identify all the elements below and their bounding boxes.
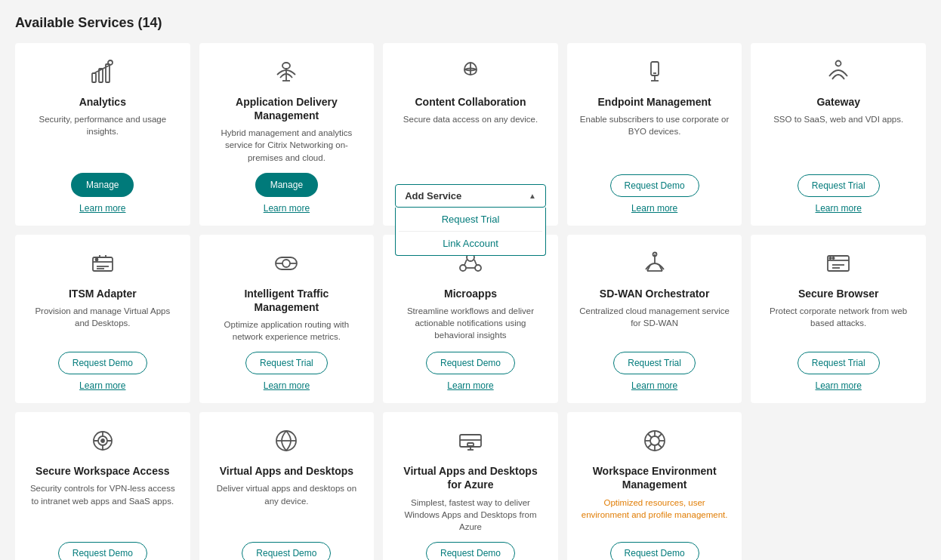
svg-rect-0 <box>92 73 96 82</box>
card-traffic: Intelligent Traffic Management Optimize … <box>199 235 375 404</box>
gateway-request-trial-button[interactable]: Request Trial <box>798 174 880 197</box>
svg-point-24 <box>475 265 481 271</box>
svg-line-54 <box>658 445 662 448</box>
secure-workspace-icon <box>89 427 116 458</box>
sdwan-learn-more[interactable]: Learn more <box>631 380 677 391</box>
card-app-delivery-title: Application Delivery Management <box>211 95 363 122</box>
virtual-apps-request-demo-button[interactable]: Request Demo <box>242 542 331 560</box>
itsm-learn-more[interactable]: Learn more <box>79 380 125 391</box>
sdwan-icon <box>641 250 668 281</box>
card-virtual-apps-title: Virtual Apps and Desktops <box>220 464 353 478</box>
card-content-collab-title: Content Collaboration <box>415 95 526 109</box>
card-sdwan: SD-WAN Orchestrator Centralized cloud ma… <box>567 235 742 404</box>
endpoint-learn-more[interactable]: Learn more <box>631 203 677 214</box>
chevron-up-icon: ▲ <box>529 192 536 200</box>
traffic-learn-more[interactable]: Learn more <box>264 380 310 391</box>
svg-rect-44 <box>467 443 474 446</box>
svg-point-23 <box>460 265 466 271</box>
app-delivery-learn-more[interactable]: Learn more <box>264 203 310 214</box>
card-secure-workspace-title: Secure Workspace Access <box>35 464 169 478</box>
card-itsm: ITSM Adapter Provision and manage Virtua… <box>15 235 190 404</box>
card-itsm-desc: Provision and manage Virtual Apps and De… <box>27 305 178 343</box>
svg-rect-42 <box>460 435 481 447</box>
svg-point-5 <box>282 63 290 69</box>
card-workspace-env-desc: Optimized resources, user environment an… <box>579 497 730 533</box>
card-workspace-env: Workspace Environment Management Optimiz… <box>567 412 742 560</box>
card-microapps-desc: Streamline workflows and deliver actiona… <box>395 305 546 343</box>
card-gateway: Gateway SSO to SaaS, web and VDI apps. R… <box>751 43 926 226</box>
workspace-env-icon <box>641 427 668 458</box>
endpoint-icon <box>641 58 668 89</box>
card-microapps-title: Microapps <box>444 287 497 300</box>
card-gateway-title: Gateway <box>816 95 860 109</box>
card-microapps: Microapps Streamline workflows and deliv… <box>383 235 558 404</box>
microapps-learn-more[interactable]: Learn more <box>447 380 493 391</box>
card-endpoint-desc: Enable subscribers to use corporate or B… <box>579 113 730 165</box>
card-virtual-apps-desc: Deliver virtual apps and desktops on any… <box>211 482 363 532</box>
card-secure-browser-desc: Protect corporate network from web based… <box>763 305 914 343</box>
request-trial-option[interactable]: Request Trial <box>396 208 545 231</box>
card-endpoint: Endpoint Management Enable subscribers t… <box>567 43 742 226</box>
analytics-icon <box>89 58 116 89</box>
secure-workspace-request-demo-button[interactable]: Request Demo <box>58 542 147 560</box>
content-collab-icon <box>457 58 484 89</box>
card-sdwan-title: SD-WAN Orchestrator <box>600 287 709 300</box>
svg-point-12 <box>836 61 841 66</box>
card-secure-browser: Secure Browser Protect corporate network… <box>751 235 926 404</box>
card-gateway-desc: SSO to SaaS, web and VDI apps. <box>773 113 903 165</box>
svg-point-15 <box>95 258 97 260</box>
services-grid: Analytics Security, performance and usag… <box>15 43 926 560</box>
svg-point-19 <box>282 260 290 267</box>
card-secure-browser-title: Secure Browser <box>798 287 879 300</box>
gateway-learn-more[interactable]: Learn more <box>816 203 862 214</box>
endpoint-request-demo-button[interactable]: Request Demo <box>610 174 699 197</box>
app-delivery-icon <box>273 58 300 89</box>
add-service-dropdown-wrapper: Add Service ▲ Request Trial Link Account <box>395 184 546 208</box>
svg-point-39 <box>101 439 104 442</box>
card-virtual-apps: Virtual Apps and Desktops Deliver virtua… <box>199 412 375 560</box>
app-delivery-manage-button[interactable]: Manage <box>255 173 318 197</box>
analytics-manage-button[interactable]: Manage <box>71 173 134 197</box>
secure-browser-learn-more[interactable]: Learn more <box>816 380 862 391</box>
svg-point-48 <box>650 436 659 445</box>
itsm-request-demo-button[interactable]: Request Demo <box>58 352 147 374</box>
card-virtual-apps-azure-title: Virtual Apps and Desktops for Azure <box>395 464 546 491</box>
card-endpoint-title: Endpoint Management <box>598 95 711 109</box>
secure-browser-request-trial-button[interactable]: Request Trial <box>798 352 880 374</box>
svg-point-33 <box>829 257 831 258</box>
gateway-icon <box>825 58 852 89</box>
link-account-option[interactable]: Link Account <box>396 232 545 255</box>
svg-line-56 <box>648 445 652 448</box>
card-secure-workspace: Secure Workspace Access Security control… <box>15 412 190 560</box>
card-secure-workspace-desc: Security controls for VPN-less access to… <box>27 482 178 532</box>
svg-point-3 <box>108 60 113 65</box>
card-content-collab: Content Collaboration Secure data access… <box>383 43 558 226</box>
svg-point-34 <box>832 257 834 258</box>
traffic-request-trial-button[interactable]: Request Trial <box>245 352 328 374</box>
card-workspace-env-title: Workspace Environment Management <box>579 464 730 491</box>
card-analytics-title: Analytics <box>79 95 126 109</box>
card-app-delivery-desc: Hybrid management and analytics service … <box>211 127 363 163</box>
svg-line-26 <box>474 260 477 265</box>
card-analytics-desc: Security, performance and usage insights… <box>27 113 178 163</box>
add-service-button[interactable]: Add Service ▲ <box>395 184 546 208</box>
virtual-apps-azure-request-demo-button[interactable]: Request Demo <box>426 542 515 560</box>
svg-line-53 <box>648 434 652 438</box>
card-content-collab-desc: Secure data access on any device. <box>403 113 538 174</box>
card-itsm-title: ITSM Adapter <box>69 287 137 300</box>
itsm-icon <box>89 250 116 281</box>
card-virtual-apps-azure: Virtual Apps and Desktops for Azure Simp… <box>383 412 558 560</box>
analytics-learn-more[interactable]: Learn more <box>79 203 125 214</box>
sdwan-request-trial-button[interactable]: Request Trial <box>613 352 696 374</box>
card-analytics: Analytics Security, performance and usag… <box>15 43 190 226</box>
card-traffic-title: Intelligent Traffic Management <box>211 287 363 314</box>
card-app-delivery: Application Delivery Management Hybrid m… <box>199 43 375 226</box>
card-virtual-apps-azure-desc: Simplest, fastest way to deliver Windows… <box>395 497 546 533</box>
svg-line-25 <box>464 260 467 265</box>
svg-line-55 <box>658 434 662 438</box>
secure-browser-icon <box>825 250 852 281</box>
microapps-request-demo-button[interactable]: Request Demo <box>426 352 515 374</box>
card-sdwan-desc: Centralized cloud management service for… <box>579 305 730 343</box>
virtual-apps-azure-icon <box>457 427 484 458</box>
workspace-env-request-demo-button[interactable]: Request Demo <box>610 542 699 560</box>
